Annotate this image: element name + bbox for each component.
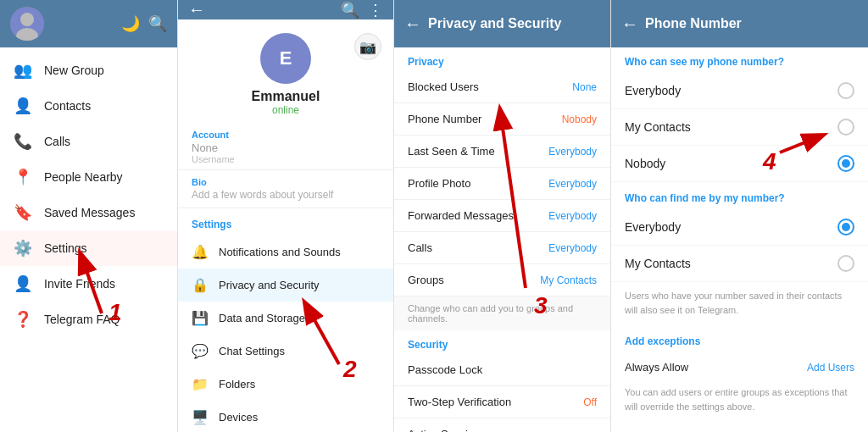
photo-label: Profile Photo	[408, 177, 470, 190]
sidebar-item-label: Calls	[44, 135, 70, 148]
phone-title: Phone Number	[645, 16, 742, 31]
find-everybody-radio[interactable]	[837, 219, 854, 235]
sidebar-item-calls[interactable]: 📞 Calls	[0, 124, 177, 159]
sidebar-item-settings[interactable]: ⚙️ Settings	[0, 230, 177, 266]
account-section: Account None Username	[178, 125, 393, 170]
exceptions-row: Always Allow Add Users	[611, 352, 868, 382]
security-item-passcode[interactable]: Passcode Lock	[394, 354, 610, 386]
avatar	[10, 7, 44, 41]
forwarded-value: Everybody	[548, 210, 597, 222]
calls-label: Calls	[408, 241, 432, 254]
twostep-label: Two-Step Verification	[408, 396, 511, 408]
security-item-twostep[interactable]: Two-Step Verification Off	[394, 386, 610, 418]
sidebar-item-saved-messages[interactable]: 🔖 Saved Messages	[0, 195, 177, 230]
find-my-contacts-radio[interactable]	[837, 255, 854, 272]
sidebar-header: 🌙 🔍	[0, 0, 177, 47]
chat-icon: 💬	[192, 343, 209, 359]
photo-value: Everybody	[548, 178, 597, 190]
privacy-item-forwarded[interactable]: Forwarded Messages Everybody	[394, 200, 610, 232]
groups-note: Change who can add you to groups and cha…	[394, 296, 610, 330]
profile-status: online	[272, 104, 299, 116]
settings-panel-header: ← 🔍 ⋮	[178, 0, 393, 19]
phone-header: ← Phone Number	[611, 0, 868, 47]
sidebar-item-label: Settings	[44, 241, 87, 255]
sidebar-item-label: People Nearby	[44, 170, 123, 184]
invite-icon: 👤	[14, 274, 32, 293]
folders-icon: 📁	[192, 376, 209, 392]
find-my-contacts-label: My Contacts	[625, 257, 691, 270]
privacy-section-label: Privacy	[394, 47, 610, 71]
settings-item-data[interactable]: 💾 Data and Storage	[178, 302, 393, 335]
settings-item-chat[interactable]: 💬 Chat Settings	[178, 335, 393, 368]
privacy-item-blocked[interactable]: Blocked Users None	[394, 71, 610, 103]
sidebar-item-people-nearby[interactable]: 📍 People Nearby	[0, 159, 177, 195]
bio-label: Bio	[192, 177, 380, 187]
sessions-label: Active Sessions	[408, 428, 486, 432]
faq-icon: ❓	[14, 310, 32, 329]
who-can-see-title: Who can see my phone number?	[611, 47, 868, 73]
sidebar-item-faq[interactable]: ❓ Telegram FAQ	[0, 302, 177, 337]
radio-nobody[interactable]: Nobody	[611, 146, 868, 182]
nearby-icon: 📍	[14, 168, 32, 186]
settings-item-label: Folders	[219, 378, 255, 390]
saved-icon: 🔖	[14, 203, 32, 222]
sidebar-item-label: Invite Friends	[44, 277, 115, 291]
moon-icon: 🌙	[121, 14, 140, 33]
sidebar-search-icon[interactable]: 🔍	[148, 14, 167, 33]
find-radio-my-contacts[interactable]: My Contacts	[611, 246, 868, 282]
sidebar-item-invite-friends[interactable]: 👤 Invite Friends	[0, 266, 177, 302]
settings-panel: ← 🔍 ⋮ E Emmanuel online 📷 Account None U…	[178, 0, 394, 432]
passcode-label: Passcode Lock	[408, 363, 482, 376]
profile-name: Emmanuel	[252, 89, 320, 104]
sidebar-item-contacts[interactable]: 👤 Contacts	[0, 88, 177, 124]
everybody-radio[interactable]	[837, 82, 854, 99]
exceptions-title: Add exceptions	[611, 327, 868, 352]
phone-number-panel: ← Phone Number Who can see my phone numb…	[611, 0, 868, 432]
account-label: Account	[192, 130, 380, 140]
privacy-item-lastseen[interactable]: Last Seen & Time Everybody	[394, 136, 610, 168]
privacy-item-groups[interactable]: Groups My Contacts	[394, 264, 610, 296]
privacy-item-phone[interactable]: Phone Number Nobody	[394, 103, 610, 136]
my-contacts-label: My Contacts	[625, 120, 691, 134]
privacy-item-calls[interactable]: Calls Everybody	[394, 232, 610, 264]
camera-button[interactable]: 📷	[354, 33, 381, 60]
nobody-label: Nobody	[625, 157, 665, 170]
always-allow-label: Always Allow	[625, 361, 688, 374]
settings-item-devices[interactable]: 🖥️ Devices	[178, 401, 393, 432]
add-users-button[interactable]: Add Users	[807, 362, 854, 374]
settings-item-privacy[interactable]: 🔒 Privacy and Security	[178, 269, 393, 302]
calls-icon: 📞	[14, 132, 32, 151]
nobody-radio[interactable]	[837, 155, 854, 172]
settings-item-folders[interactable]: 📁 Folders	[178, 368, 393, 401]
sidebar-menu: 👥 New Group 👤 Contacts 📞 Calls 📍 People …	[0, 47, 177, 432]
privacy-title: Privacy and Security	[428, 16, 561, 31]
find-radio-everybody[interactable]: Everybody	[611, 209, 868, 246]
search-icon[interactable]: 🔍	[341, 1, 359, 19]
bio-placeholder: Add a few words about yourself	[192, 189, 380, 201]
radio-everybody[interactable]: Everybody	[611, 73, 868, 109]
security-item-sessions[interactable]: Active Sessions	[394, 418, 610, 432]
my-contacts-radio[interactable]	[837, 119, 854, 136]
more-icon[interactable]: ⋮	[368, 1, 383, 19]
privacy-panel: ← Privacy and Security Privacy Blocked U…	[394, 0, 611, 432]
privacy-back-icon[interactable]: ←	[404, 14, 421, 34]
back-icon[interactable]: ←	[188, 0, 205, 19]
lastseen-label: Last Seen & Time	[408, 145, 495, 158]
settings-item-notifications[interactable]: 🔔 Notifications and Sounds	[178, 235, 393, 269]
lastseen-value: Everybody	[548, 146, 597, 158]
account-username-field: Username	[192, 154, 380, 164]
settings-item-label: Chat Settings	[219, 345, 285, 357]
groups-label: Groups	[408, 274, 444, 286]
sidebar-item-new-group[interactable]: 👥 New Group	[0, 53, 177, 88]
settings-section-title: Settings	[178, 215, 393, 235]
sidebar-item-label: Telegram FAQ	[44, 313, 120, 326]
radio-my-contacts[interactable]: My Contacts	[611, 109, 868, 146]
settings-section: Settings 🔔 Notifications and Sounds 🔒 Pr…	[178, 208, 393, 432]
settings-item-label: Data and Storage	[219, 312, 305, 324]
privacy-item-photo[interactable]: Profile Photo Everybody	[394, 168, 610, 200]
profile-avatar: E	[260, 33, 311, 84]
phone-content: Who can see my phone number? Everybody M…	[611, 47, 868, 432]
exceptions-note: You can add users or entire groups as ex…	[611, 382, 868, 422]
phone-back-icon[interactable]: ←	[621, 14, 638, 34]
settings-item-label: Notifications and Sounds	[219, 246, 341, 258]
